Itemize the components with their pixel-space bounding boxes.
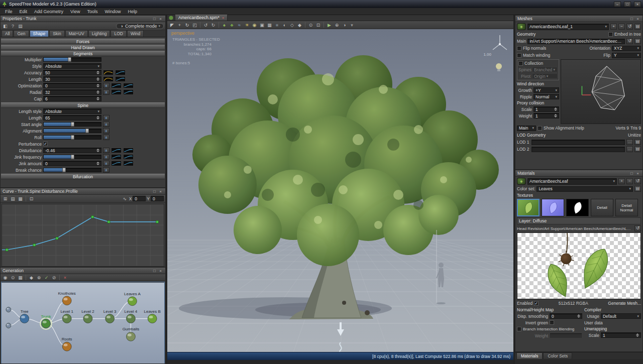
- property-spinner[interactable]: 0: [43, 161, 101, 166]
- grid-icon[interactable]: ▦: [266, 22, 273, 28]
- curve-x-input[interactable]: 0: [133, 196, 146, 201]
- mode-dropdown[interactable]: ◑ Complete mode ▾: [116, 23, 164, 29]
- variance-button[interactable]: ±: [103, 148, 110, 153]
- generator-node-tree[interactable]: Tree: [20, 309, 29, 323]
- lod2-options-button[interactable]: ▤: [634, 146, 641, 152]
- curve-thumb[interactable]: [111, 161, 122, 166]
- generate-mesh-button[interactable]: Generate Mesh...: [608, 301, 641, 306]
- slider-handle[interactable]: [62, 168, 66, 172]
- curve-y-input[interactable]: 0: [151, 196, 164, 201]
- tab-mat-uv[interactable]: Mat+UV: [65, 30, 88, 37]
- property-slider[interactable]: [43, 168, 101, 172]
- node-sphere-icon[interactable]: ◉: [2, 274, 9, 281]
- curve-list-icon[interactable]: ▤: [10, 195, 16, 202]
- lod1-path-field[interactable]: [531, 140, 625, 145]
- enabled-checkbox[interactable]: ✓: [534, 301, 539, 306]
- translate-icon[interactable]: +: [176, 22, 183, 28]
- play-icon[interactable]: ▶: [326, 22, 333, 28]
- remove-mesh-button[interactable]: −: [618, 24, 625, 30]
- rotate-icon[interactable]: ↻: [184, 22, 190, 28]
- add-material-button[interactable]: +: [618, 178, 625, 184]
- lod1-options-button[interactable]: ▤: [634, 139, 641, 145]
- tab-all[interactable]: All: [2, 30, 13, 37]
- variance-button[interactable]: ±: [103, 161, 110, 166]
- menu-edit[interactable]: Edit: [16, 9, 31, 15]
- zoom-icon[interactable]: ⊙: [10, 274, 16, 281]
- close-panel-icon[interactable]: ×: [635, 17, 640, 21]
- curve-grid-icon[interactable]: ⊞: [2, 195, 9, 202]
- shadow-icon[interactable]: ◐: [281, 22, 288, 28]
- lod1-browse-button[interactable]: …: [626, 139, 633, 145]
- lod2-browse-button[interactable]: …: [626, 146, 633, 152]
- fit-view-icon[interactable]: ⊡: [315, 22, 322, 28]
- color-set-edit-button[interactable]: ▤: [634, 186, 641, 192]
- document-tab[interactable]: AmericanBeech.spm* ×: [175, 14, 228, 21]
- generator-node-roots[interactable]: Roots: [62, 337, 72, 351]
- flip-normals-checkbox[interactable]: [517, 46, 521, 51]
- variance-button[interactable]: ±: [103, 128, 110, 134]
- slider-handle[interactable]: [68, 57, 71, 62]
- property-spinner[interactable]: 6: [43, 96, 101, 101]
- embed-in-tree-checkbox[interactable]: [608, 32, 613, 37]
- curve-edit-icon[interactable]: ▦: [17, 195, 24, 202]
- usage-dropdown[interactable]: Default▾: [601, 313, 641, 319]
- curve-snapshot-icon[interactable]: ⊡: [28, 195, 35, 202]
- curve-thumb[interactable]: [123, 161, 134, 166]
- fog-icon[interactable]: ≡: [274, 22, 280, 28]
- material-selector-dropdown[interactable]: AmericanBeechLeaf ▾: [527, 178, 617, 185]
- section-header-hand-drawn[interactable]: Hand Drawn: [1, 45, 165, 50]
- leaf-display-icon[interactable]: ♠: [221, 22, 228, 28]
- property-slider[interactable]: [43, 129, 101, 133]
- collection-checkbox[interactable]: [518, 61, 523, 66]
- wind-icon[interactable]: ≈: [236, 22, 243, 28]
- close-panel-icon[interactable]: ×: [158, 17, 163, 21]
- bulb-icon[interactable]: ◉: [251, 22, 258, 28]
- node-add-icon[interactable]: ◆: [28, 274, 35, 281]
- wireframe-icon[interactable]: ◇: [289, 22, 295, 28]
- mesh-preview[interactable]: [561, 59, 641, 124]
- curve-thumb[interactable]: [111, 83, 122, 88]
- tab-lighting[interactable]: Lighting: [88, 30, 111, 37]
- slider-handle[interactable]: [85, 129, 89, 133]
- maximize-button[interactable]: □: [624, 2, 631, 7]
- tab-lod[interactable]: LOD: [111, 30, 126, 37]
- menu-help[interactable]: Help: [124, 9, 141, 15]
- menu-view[interactable]: View: [67, 9, 83, 15]
- section-header-segments[interactable]: Segments: [1, 51, 165, 56]
- property-spinner[interactable]: 32: [43, 89, 101, 95]
- user-data-label[interactable]: User data: [584, 320, 603, 325]
- curve-thumb[interactable]: [111, 154, 122, 160]
- camera-icon[interactable]: ▣: [259, 22, 265, 28]
- curve-profile-icon[interactable]: ∿: [122, 195, 128, 202]
- tab-shape[interactable]: Shape: [30, 30, 49, 37]
- select-icon[interactable]: ◤: [169, 22, 175, 28]
- variance-button[interactable]: ±: [103, 89, 110, 95]
- proxy-weight-input[interactable]: 1: [533, 113, 559, 118]
- display-mode-icon[interactable]: ◑: [341, 22, 348, 28]
- property-spinner[interactable]: 50: [43, 70, 101, 75]
- browse-icon[interactable]: ▤: [634, 38, 641, 44]
- pin-icon[interactable]: ◧: [2, 23, 9, 29]
- property-checkbox[interactable]: ✓: [43, 142, 48, 146]
- dropdown-icon[interactable]: ▾: [349, 22, 355, 28]
- settings-icon[interactable]: ⊕: [334, 22, 340, 28]
- close-tab-icon[interactable]: ×: [222, 16, 225, 20]
- reload-material-button[interactable]: ↺: [634, 178, 641, 184]
- sun-icon[interactable]: ☀: [244, 22, 250, 28]
- curve-thumb[interactable]: [111, 89, 122, 95]
- property-spinner[interactable]: 30: [43, 76, 101, 82]
- menu-tools[interactable]: Tools: [83, 9, 101, 15]
- curve-thumb[interactable]: [123, 89, 134, 95]
- camera-mode-label[interactable]: perspective: [171, 31, 194, 36]
- match-winding-checkbox[interactable]: [517, 53, 521, 58]
- close-panel-icon[interactable]: ×: [158, 189, 163, 194]
- property-slider[interactable]: [43, 57, 101, 62]
- curve-thumb[interactable]: [115, 76, 126, 82]
- mesh-list-button[interactable]: ▤: [634, 24, 641, 30]
- layout-grid-icon[interactable]: ▦: [17, 274, 24, 281]
- unitize-label[interactable]: Unitize: [628, 133, 641, 138]
- close-button[interactable]: ×: [634, 2, 641, 7]
- section-header-forces[interactable]: Forces: [1, 39, 165, 44]
- menu-window[interactable]: Window: [101, 9, 124, 15]
- curve-thumb[interactable]: [115, 70, 126, 75]
